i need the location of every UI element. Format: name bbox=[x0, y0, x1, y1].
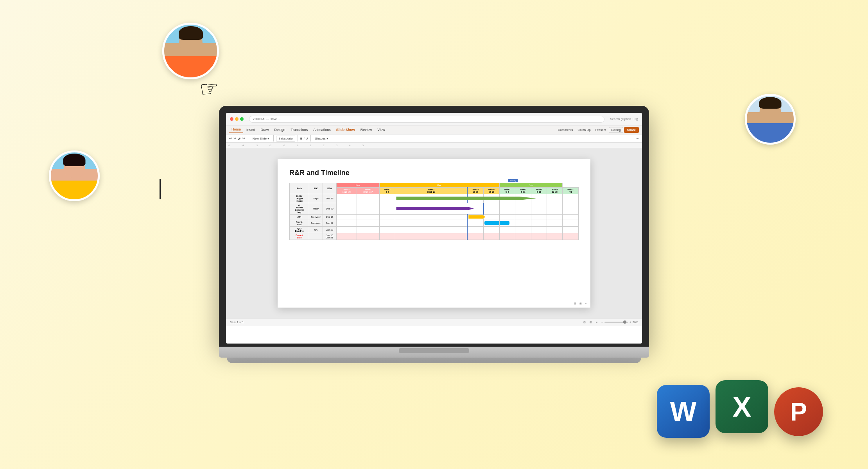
gantt-cell bbox=[547, 214, 563, 220]
laptop: YOXO AI ... Drive ... Search (Option + Q… bbox=[219, 106, 649, 363]
undo-icon[interactable]: ↩ bbox=[229, 136, 232, 140]
excel-letter: X bbox=[732, 391, 751, 423]
zoom-thumb[interactable] bbox=[623, 320, 626, 324]
menu-home[interactable]: Home bbox=[229, 126, 243, 133]
role-cell: API bbox=[290, 214, 309, 220]
gantt-cell bbox=[357, 226, 379, 233]
gantt-cell bbox=[380, 214, 395, 220]
ruler-tick: 0 bbox=[297, 144, 298, 147]
ruler-tick: -1 bbox=[283, 144, 285, 147]
gantt-cell bbox=[531, 233, 547, 240]
shapes-btn[interactable]: Shapes ▾ bbox=[313, 136, 330, 141]
bold-icon[interactable]: B bbox=[300, 137, 303, 140]
gantt-cell bbox=[531, 220, 547, 226]
view-grid-icon[interactable]: ⊞ bbox=[579, 302, 582, 305]
slide-area: R&R and Timeline Today Role PIC ETA bbox=[226, 148, 642, 318]
avatar-man-blue bbox=[745, 94, 796, 145]
pic-cell: Taehyeon bbox=[309, 220, 323, 226]
gantt-cell bbox=[499, 233, 515, 240]
table-row-demo: Demo/Live Jan 15Jan 31 bbox=[290, 233, 579, 240]
zoom-track[interactable] bbox=[604, 322, 628, 323]
url-bar[interactable]: YOXO AI ... Drive ... bbox=[249, 116, 604, 123]
slide-canvas[interactable]: R&R and Timeline Today Role PIC ETA bbox=[278, 159, 590, 308]
catch-up-button[interactable]: Catch Up bbox=[576, 127, 592, 132]
menu-design[interactable]: Design bbox=[272, 127, 288, 133]
zoom-bar: − + 90% bbox=[601, 321, 638, 324]
status-bar: Slide 1 of 1 ⊟ ⊞ ≡ − + 90% bbox=[226, 318, 642, 326]
zoom-plus-icon[interactable]: + bbox=[629, 321, 631, 324]
slide-info: Slide 1 of 1 bbox=[230, 321, 244, 324]
role-cell: QA/Bug Fix bbox=[290, 226, 309, 233]
toolbar-separator-1 bbox=[248, 135, 248, 141]
search-placeholder: Search (Option + Q) bbox=[610, 117, 638, 121]
italic-icon[interactable]: I bbox=[304, 137, 305, 140]
gantt-cell bbox=[395, 194, 467, 203]
eta-cell: Dec 22 bbox=[323, 220, 337, 226]
excel-icon: X bbox=[716, 380, 768, 433]
ruler-tick: -3 bbox=[256, 144, 258, 147]
menu-insert[interactable]: Insert bbox=[244, 127, 258, 133]
gantt-cell bbox=[484, 226, 499, 233]
menu-slideshow[interactable]: Slide Show bbox=[334, 127, 357, 133]
present-button[interactable]: Present bbox=[594, 127, 608, 132]
gantt-cell bbox=[515, 220, 531, 226]
underline-icon[interactable]: U bbox=[306, 137, 308, 140]
gantt-table: Role PIC ETA Nov Dec Jan Week110/20~24 W bbox=[289, 183, 579, 240]
format-painter-icon[interactable]: 🖌 bbox=[238, 136, 241, 140]
gantt-cell bbox=[547, 220, 563, 226]
eta-cell: Dec 15 bbox=[323, 194, 337, 203]
eta-cell: Dec 20 bbox=[323, 203, 337, 214]
gantt-cell bbox=[357, 194, 379, 203]
comments-button[interactable]: Comments bbox=[556, 127, 575, 132]
ruler: -5 -4 -3 -2 -1 0 1 2 3 4 5 bbox=[226, 143, 642, 148]
gantt-cell bbox=[484, 203, 499, 214]
zoom-minus-icon[interactable]: − bbox=[601, 321, 603, 324]
maximize-button[interactable] bbox=[240, 117, 244, 121]
gantt-cell bbox=[531, 214, 547, 220]
text-cursor bbox=[160, 179, 161, 199]
font-size-btn[interactable]: Sakaburto bbox=[276, 136, 295, 141]
gantt-cell bbox=[337, 194, 357, 203]
view-mode-notes[interactable]: ≡ bbox=[596, 321, 597, 324]
gantt-cell bbox=[531, 203, 547, 214]
share-button[interactable]: Share bbox=[624, 127, 639, 133]
week-header: Week16-8 bbox=[380, 187, 395, 194]
table-row: API Taehyeon Dec 15 bbox=[290, 214, 579, 220]
cut-icon[interactable]: ✂ bbox=[242, 136, 246, 140]
gantt-cell bbox=[337, 233, 357, 240]
table-row: Front-end Taehyeon Dec 22 bbox=[290, 220, 579, 226]
gantt-cell bbox=[357, 203, 379, 214]
menu-view[interactable]: View bbox=[375, 127, 387, 133]
gantt-cell bbox=[547, 194, 563, 203]
week-header: Week210/11~27 bbox=[395, 187, 467, 194]
gantt-cell bbox=[337, 226, 357, 233]
ruler-tick: 2 bbox=[323, 144, 324, 147]
gantt-cell bbox=[395, 214, 467, 220]
view-normal-icon[interactable]: ⊟ bbox=[574, 302, 576, 305]
gantt-cell bbox=[547, 233, 563, 240]
gantt-cell bbox=[515, 226, 531, 233]
view-notes-icon[interactable]: ≡ bbox=[585, 302, 586, 305]
week-header: Week28~11 bbox=[515, 187, 531, 194]
ruler-tick: -2 bbox=[269, 144, 271, 147]
url-text: YOXO AI ... Drive ... bbox=[253, 117, 280, 121]
gantt-cell bbox=[563, 233, 579, 240]
gantt-cell bbox=[515, 214, 531, 220]
new-slide-btn[interactable]: New Slide ▾ bbox=[251, 136, 271, 141]
view-mode-normal[interactable]: ⊟ bbox=[583, 321, 586, 324]
menu-draw[interactable]: Draw bbox=[258, 127, 271, 133]
gantt-cell bbox=[547, 226, 563, 233]
gantt-cell bbox=[484, 214, 499, 220]
view-mode-sorter[interactable]: ⊞ bbox=[590, 321, 592, 324]
close-button[interactable] bbox=[230, 117, 233, 121]
redo-icon[interactable]: ↪ bbox=[233, 136, 237, 140]
menu-review[interactable]: Review bbox=[358, 127, 375, 133]
menu-animations[interactable]: Animations bbox=[311, 127, 333, 133]
menu-transitions[interactable]: Transitions bbox=[289, 127, 310, 133]
eta-cell: Jan 15Jan 31 bbox=[323, 233, 337, 240]
more-options-icon[interactable]: ··· bbox=[636, 137, 639, 140]
editing-button[interactable]: Editing bbox=[609, 127, 623, 133]
cursor-hand: ☞ bbox=[198, 75, 219, 102]
minimize-button[interactable] bbox=[235, 117, 239, 121]
gantt-cell bbox=[357, 233, 379, 240]
